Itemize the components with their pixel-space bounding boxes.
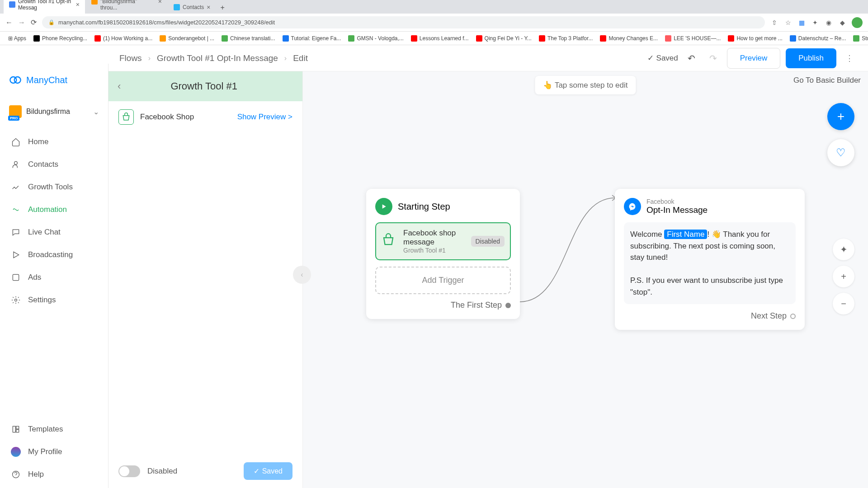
nav-templates[interactable]: Templates	[0, 418, 108, 441]
lock-icon: 🔒	[48, 19, 55, 25]
tab-title: Growth Tool #1 Opt-In Messag	[18, 0, 73, 11]
nav-profile[interactable]: My Profile	[0, 441, 108, 463]
nav-settings[interactable]: Settings	[0, 289, 108, 311]
bookmark-item[interactable]: Qing Fei De Yi - Y...	[473, 34, 534, 43]
svg-rect-7	[16, 430, 19, 432]
favorite-button[interactable]: ♡	[827, 139, 854, 166]
optin-message-node[interactable]: Facebook Opt-In Message Welcome First Na…	[615, 189, 805, 330]
nav-livechat[interactable]: Live Chat	[0, 221, 108, 244]
add-trigger-button[interactable]: Add Trigger	[375, 267, 511, 294]
trigger-title: Facebook shop message	[403, 229, 466, 247]
auto-layout-button[interactable]: ✦	[833, 239, 854, 260]
bookmark-item[interactable]: Sonderangebot | ...	[157, 34, 217, 43]
bookmarks-bar: ⊞ AppsPhone Recycling...(1) How Working …	[0, 32, 868, 45]
bookmark-item[interactable]: LEE 'S HOUSE—...	[662, 34, 723, 43]
extension-icon[interactable]: ✦	[811, 19, 819, 27]
basic-builder-link[interactable]: Go To Basic Builder	[793, 76, 861, 85]
zoom-out-button[interactable]: −	[833, 293, 854, 314]
redo-button[interactable]: ↷	[705, 50, 722, 66]
nav-home[interactable]: Home	[0, 131, 108, 153]
browser-tab-active[interactable]: Growth Tool #1 Opt-In Messag×	[4, 0, 85, 14]
sidebar: ManyChat PRO Bildungsfirma ⌄ Home Contac…	[0, 64, 108, 488]
bookmark-item[interactable]: Phone Recycling...	[31, 34, 90, 43]
nav-help[interactable]: Help	[0, 463, 108, 486]
back-icon[interactable]: ‹	[118, 80, 121, 92]
node-title: Starting Step	[398, 202, 450, 212]
enable-toggle[interactable]	[118, 465, 140, 477]
output-port[interactable]	[790, 314, 796, 319]
next-step-port[interactable]: Next Step	[624, 311, 796, 321]
forward-icon[interactable]: →	[18, 19, 25, 27]
bookmark-item[interactable]: Tutorial: Eigene Fa...	[280, 34, 344, 43]
flow-canvas[interactable]: 👆 Tap some step to edit Go To Basic Buil…	[303, 71, 868, 488]
saved-button[interactable]: ✓Saved	[244, 462, 292, 480]
url-bar[interactable]: 🔒manychat.com/fb198150208192618/cms/file…	[42, 16, 765, 28]
trigger-item[interactable]: Facebook shop message Growth Tool #1 Dis…	[375, 222, 511, 260]
port-label: Next Step	[751, 311, 787, 321]
breadcrumb-flows[interactable]: Flows	[119, 53, 142, 63]
broadcast-icon	[11, 250, 21, 260]
first-step-port[interactable]: The First Step	[375, 300, 511, 310]
msg-text: P.S. If you ever want to unsubscribe jus…	[630, 276, 783, 296]
starting-step-node[interactable]: Starting Step Facebook shop message Grow…	[366, 189, 520, 319]
bookmark-item[interactable]: Lessons Learned f...	[408, 34, 472, 43]
nav-label: Growth Tools	[28, 183, 73, 192]
source-row[interactable]: Facebook Shop Show Preview >	[108, 101, 302, 133]
message-preview: Welcome First Name! 👋 Thank you for subs…	[624, 222, 796, 304]
channel-label: Facebook	[646, 198, 708, 205]
nav-label: Ads	[28, 273, 41, 282]
bookmark-item[interactable]: Money Changes E...	[597, 34, 660, 43]
bookmark-item[interactable]: Datenschutz – Re...	[787, 34, 849, 43]
output-port[interactable]	[505, 303, 511, 308]
add-step-button[interactable]: +	[827, 103, 854, 130]
nav-broadcasting[interactable]: Broadcasting	[0, 244, 108, 266]
nav-contacts[interactable]: Contacts	[0, 153, 108, 176]
browser-tab[interactable]: Contacts×	[168, 1, 216, 14]
collapse-panel-button[interactable]: ‹	[293, 266, 311, 284]
preview-button[interactable]: Preview	[727, 48, 780, 69]
show-preview-link[interactable]: Show Preview >	[237, 113, 292, 122]
messenger-icon	[624, 198, 641, 215]
close-icon[interactable]: ×	[207, 4, 210, 11]
tab-title: Contact "Bildungsfirma" throu...	[100, 0, 156, 11]
toggle-label: Disabled	[147, 467, 236, 476]
share-icon[interactable]: ⇧	[770, 19, 778, 27]
svg-rect-3	[13, 274, 19, 280]
workspace-selector[interactable]: PRO Bildungsfirma ⌄	[0, 100, 108, 123]
svg-rect-6	[16, 426, 19, 429]
breadcrumb-flow[interactable]: Growth Tool #1 Opt-In Message	[157, 53, 278, 63]
star-icon[interactable]: ☆	[784, 19, 792, 27]
bookmark-item[interactable]: How to get more ...	[725, 34, 785, 43]
close-icon[interactable]: ×	[158, 0, 162, 5]
growth-icon	[11, 182, 21, 192]
nav-ads[interactable]: Ads	[0, 266, 108, 289]
new-tab-button[interactable]: +	[217, 2, 228, 14]
apps-button[interactable]: ⊞ Apps	[5, 34, 29, 43]
back-icon[interactable]: ←	[5, 19, 13, 27]
reload-icon[interactable]: ⟳	[31, 18, 37, 27]
brand-logo[interactable]: ManyChat	[0, 64, 108, 96]
nav-label: Broadcasting	[28, 250, 73, 259]
bookmark-item[interactable]: Student Wants an...	[850, 34, 868, 43]
nav-label: Settings	[28, 296, 56, 305]
more-icon[interactable]: ⋮	[842, 53, 857, 63]
extension-icon[interactable]: ◆	[838, 19, 846, 27]
zoom-in-button[interactable]: +	[833, 266, 854, 287]
nav-growth-tools[interactable]: Growth Tools	[0, 176, 108, 198]
bookmark-item[interactable]: (1) How Working a...	[92, 34, 155, 43]
profile-avatar[interactable]	[852, 17, 863, 28]
browser-tab[interactable]: Contact "Bildungsfirma" throu...×	[86, 0, 167, 14]
nav-automation[interactable]: Automation	[0, 198, 108, 221]
bookmark-item[interactable]: The Top 3 Platfor...	[536, 34, 596, 43]
close-icon[interactable]: ×	[76, 1, 80, 8]
bookmark-item[interactable]: GMSN - Vologda,...	[345, 34, 406, 43]
publish-button[interactable]: Publish	[786, 48, 836, 68]
workspace-name: Bildungsfirma	[26, 108, 89, 116]
extension-icon[interactable]: ◉	[825, 19, 833, 27]
bookmark-item[interactable]: Chinese translati...	[219, 34, 278, 43]
nav-label: Automation	[28, 205, 67, 214]
undo-button[interactable]: ↶	[684, 50, 700, 66]
fb-icon[interactable]: ▦	[797, 19, 806, 27]
variable-chip: First Name	[664, 230, 707, 239]
panel-footer: Disabled ✓Saved	[108, 454, 302, 488]
